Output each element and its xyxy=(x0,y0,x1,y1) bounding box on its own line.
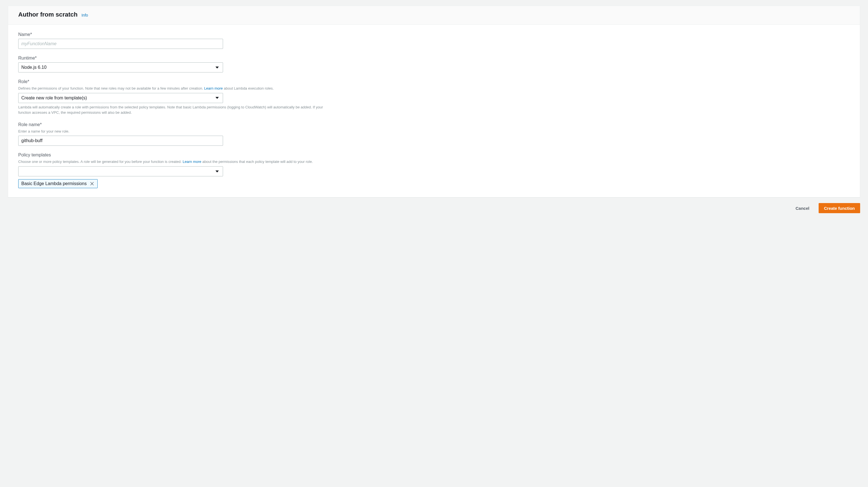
role-name-description: Enter a name for your new role. xyxy=(18,129,850,134)
runtime-value: Node.js 6.10 xyxy=(21,65,46,70)
role-help-below: Lambda will automatically create a role … xyxy=(18,105,327,115)
field-role-name: Role name* Enter a name for your new rol… xyxy=(18,122,850,146)
runtime-select[interactable]: Node.js 6.10 xyxy=(18,62,223,73)
policy-template-tag-label: Basic Edge Lambda permissions xyxy=(21,181,87,186)
cancel-button[interactable]: Cancel xyxy=(790,203,815,213)
field-policy-templates: Policy templates Choose one or more poli… xyxy=(18,152,850,188)
role-value: Create new role from template(s) xyxy=(21,95,87,101)
panel-body: Name* Runtime* Node.js 6.10 Role* Define… xyxy=(8,25,860,197)
runtime-label: Runtime* xyxy=(18,56,850,61)
create-function-button[interactable]: Create function xyxy=(818,203,860,213)
info-link[interactable]: Info xyxy=(81,13,88,18)
author-from-scratch-panel: Author from scratch Info Name* Runtime* … xyxy=(8,6,860,197)
close-icon xyxy=(90,182,94,185)
field-name: Name* xyxy=(18,32,850,49)
caret-down-icon xyxy=(215,66,219,68)
role-description: Defines the permissions of your function… xyxy=(18,86,327,91)
policy-templates-select[interactable] xyxy=(18,166,223,176)
policy-template-tag: Basic Edge Lambda permissions xyxy=(18,179,98,188)
name-input[interactable] xyxy=(18,39,223,49)
caret-down-icon xyxy=(215,170,219,172)
role-name-label: Role name* xyxy=(18,122,850,127)
name-label: Name* xyxy=(18,32,850,37)
role-learn-more-link[interactable]: Learn more xyxy=(204,86,223,90)
policy-desc-text-post: about the permissions that each policy t… xyxy=(202,160,313,164)
remove-tag-button[interactable] xyxy=(90,181,95,186)
panel-header: Author from scratch Info xyxy=(8,6,860,25)
policy-templates-description: Choose one or more policy templates. A r… xyxy=(18,159,327,165)
role-label: Role* xyxy=(18,79,850,84)
policy-learn-more-link[interactable]: Learn more xyxy=(183,160,201,164)
role-desc-text-post: about Lambda execution roles. xyxy=(223,86,274,90)
field-runtime: Runtime* Node.js 6.10 xyxy=(18,56,850,73)
policy-templates-label: Policy templates xyxy=(18,152,850,157)
role-select[interactable]: Create new role from template(s) xyxy=(18,93,223,103)
policy-desc-text-pre: Choose one or more policy templates. A r… xyxy=(18,160,183,164)
caret-down-icon xyxy=(215,97,219,99)
role-desc-text-pre: Defines the permissions of your function… xyxy=(18,86,204,90)
role-name-input[interactable] xyxy=(18,136,223,146)
panel-title: Author from scratch xyxy=(18,11,78,18)
field-role: Role* Defines the permissions of your fu… xyxy=(18,79,850,115)
footer-actions: Cancel Create function xyxy=(8,197,860,216)
